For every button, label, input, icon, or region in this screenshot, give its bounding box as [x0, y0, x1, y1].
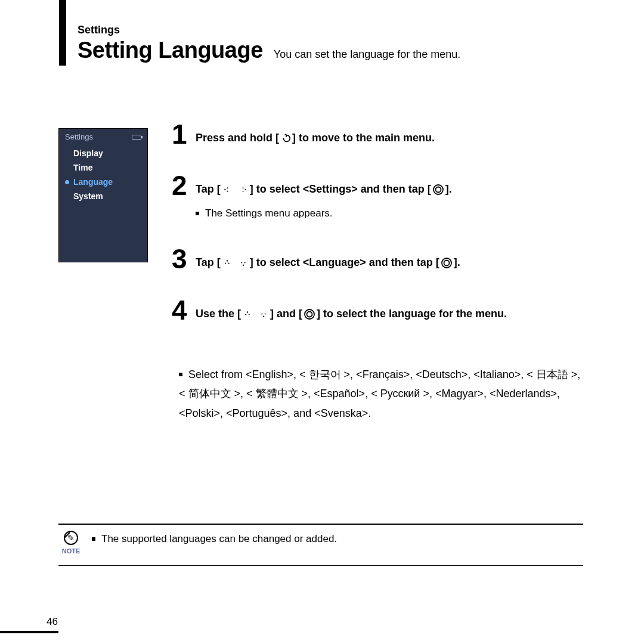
down-arrow-icon — [238, 258, 249, 268]
page-margin-bar — [59, 0, 66, 66]
svg-point-10 — [228, 263, 229, 264]
step: 2Tap [ ] to select <Settings> and then t… — [172, 172, 589, 221]
note-icon: ✎ — [64, 531, 78, 545]
svg-point-21 — [265, 314, 266, 315]
step: 4Use the [ ] and [] to select the langua… — [172, 296, 589, 324]
svg-point-2 — [227, 191, 228, 192]
section-label: Settings — [78, 24, 460, 36]
svg-point-20 — [261, 314, 262, 315]
back-icon — [280, 133, 291, 144]
svg-point-18 — [249, 314, 250, 315]
svg-point-8 — [227, 260, 228, 261]
up-arrow-icon — [242, 309, 253, 320]
step-detail: The Settings menu appears. — [196, 206, 589, 221]
svg-point-15 — [444, 261, 449, 266]
step-number: 2 — [172, 172, 193, 199]
svg-point-14 — [442, 258, 451, 268]
page-header: Settings Setting Language You can set th… — [78, 24, 460, 63]
svg-point-0 — [224, 189, 225, 190]
step: 3Tap [ ] to select <Language> and then t… — [172, 245, 589, 273]
ring-icon — [304, 308, 315, 320]
divider — [58, 565, 583, 566]
right-arrow-icon — [238, 184, 249, 195]
svg-point-17 — [245, 314, 246, 315]
down-arrow-icon — [258, 309, 269, 320]
svg-point-3 — [244, 189, 246, 190]
up-arrow-icon — [222, 258, 233, 268]
left-arrow-icon — [222, 184, 233, 195]
page-number-underline — [0, 631, 58, 633]
step-number: 1 — [172, 120, 193, 148]
svg-point-4 — [242, 188, 243, 189]
device-menu-list: DisplayTimeLanguageSystem — [65, 146, 141, 203]
svg-point-11 — [243, 265, 244, 266]
step-heading: Press and hold [] to move to the main me… — [196, 131, 589, 145]
svg-point-1 — [227, 188, 228, 189]
note-section: ✎ NOTE The supported languages can be ch… — [58, 524, 583, 566]
ring-icon — [441, 257, 453, 269]
step-heading: Tap [ ] to select <Settings> and then ta… — [196, 182, 589, 196]
svg-point-12 — [241, 262, 242, 264]
note-text: The supported languages can be changed o… — [101, 533, 337, 544]
battery-icon — [132, 135, 141, 140]
svg-point-19 — [263, 316, 264, 317]
device-menu-item: Language — [65, 175, 141, 189]
svg-point-13 — [244, 262, 245, 264]
svg-point-5 — [242, 191, 243, 192]
device-menu-item: System — [65, 189, 141, 203]
svg-point-22 — [305, 309, 314, 319]
step-heading: Tap [ ] to select <Language> and then ta… — [196, 256, 589, 270]
bullet-icon — [92, 537, 95, 541]
svg-point-6 — [434, 185, 443, 194]
language-prefix: Select from — [188, 369, 246, 380]
svg-point-7 — [435, 187, 441, 193]
ring-icon — [432, 184, 444, 196]
device-menu-item: Display — [65, 146, 141, 160]
device-screenshot: Settings DisplayTimeLanguageSystem — [58, 128, 148, 262]
svg-point-9 — [225, 263, 226, 264]
device-screen-title: Settings — [65, 132, 93, 141]
page-number: 46 — [47, 616, 58, 628]
language-options-block: Select from <English>, < 한국어 >, <Françai… — [179, 365, 584, 423]
bullet-icon — [196, 212, 199, 215]
svg-point-16 — [247, 311, 248, 312]
step-number: 3 — [172, 245, 193, 273]
step-heading: Use the [ ] and [] to select the languag… — [196, 307, 589, 321]
step: 1Press and hold [] to move to the main m… — [172, 120, 589, 148]
note-label: NOTE — [58, 547, 83, 555]
page-title: Setting Language — [78, 38, 263, 63]
device-menu-item: Time — [65, 160, 141, 175]
page-subtitle: You can set the language for the menu. — [274, 48, 461, 63]
step-number: 4 — [172, 296, 193, 324]
bullet-icon — [179, 373, 182, 376]
svg-point-23 — [307, 312, 312, 317]
steps-list: 1Press and hold [] to move to the main m… — [172, 120, 589, 348]
